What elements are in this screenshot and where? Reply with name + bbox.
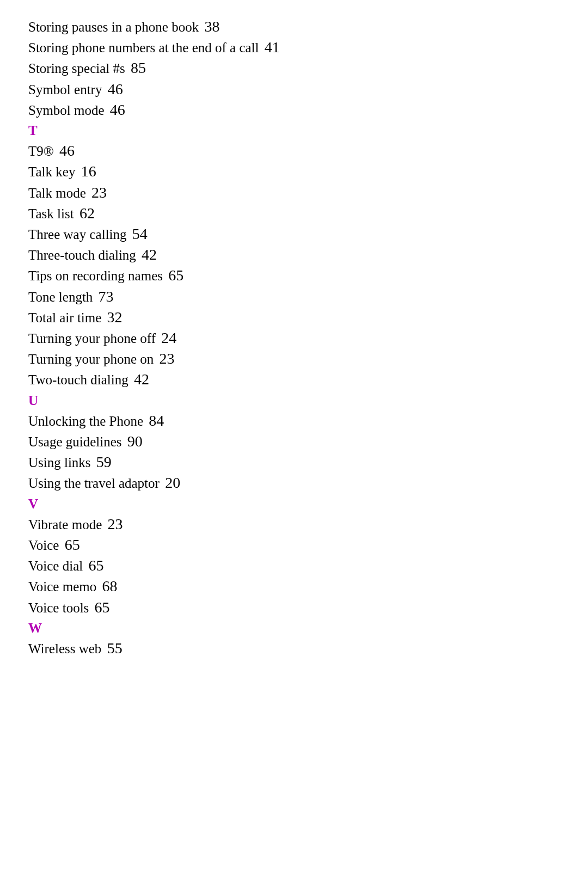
entry-page: 24 xyxy=(161,329,176,346)
section-header: T xyxy=(28,120,588,140)
index-entry: Unlocking the Phone 84 xyxy=(28,410,588,431)
entry-text: Tone length xyxy=(28,290,93,304)
index-entry: Turning your phone on 23 xyxy=(28,348,588,369)
index-entry: Usage guidelines 90 xyxy=(28,431,588,452)
section-header: U xyxy=(28,390,588,410)
entry-text: Two-touch dialing xyxy=(28,372,128,387)
entry-text: Storing phone numbers at the end of a ca… xyxy=(28,40,259,55)
entry-text: Vibrate mode xyxy=(28,517,102,532)
entry-page: 65 xyxy=(65,536,80,553)
index-entry: Three-touch dialing 42 xyxy=(28,244,588,265)
entry-text: Three-touch dialing xyxy=(28,248,136,262)
index-entry: T9® 46 xyxy=(28,140,588,161)
entry-page: 65 xyxy=(168,267,183,284)
entry-page: 32 xyxy=(107,309,122,326)
index-entry: Talk mode 23 xyxy=(28,182,588,203)
entry-page: 46 xyxy=(110,101,125,118)
entry-page: 84 xyxy=(149,412,164,429)
entry-page: 38 xyxy=(204,18,219,35)
entry-page: 65 xyxy=(88,557,103,574)
entry-text: Storing pauses in a phone book xyxy=(28,20,199,34)
index-entry: Voice memo 68 xyxy=(28,576,588,597)
entry-page: 62 xyxy=(79,205,95,222)
entry-page: 23 xyxy=(91,184,107,201)
index-entry: Talk key 16 xyxy=(28,161,588,182)
entry-page: 54 xyxy=(132,225,148,242)
entry-text: Voice dial xyxy=(28,559,83,573)
entry-text: Talk mode xyxy=(28,186,86,200)
entry-text: Voice tools xyxy=(28,600,89,615)
entry-text: Unlocking the Phone xyxy=(28,414,143,428)
index-entry: Voice tools 65 xyxy=(28,597,588,618)
index-entry: Storing pauses in a phone book 38 xyxy=(28,16,588,37)
index-entry: Storing special #s 85 xyxy=(28,58,588,78)
entry-text: Symbol entry xyxy=(28,82,102,97)
entry-page: 73 xyxy=(99,288,114,305)
index-entry: Tone length 73 xyxy=(28,286,588,307)
index-entry: Task list 62 xyxy=(28,203,588,224)
entry-page: 46 xyxy=(59,142,75,159)
entry-text: Turning your phone on xyxy=(28,352,154,366)
entry-page: 55 xyxy=(107,640,122,657)
entry-page: 42 xyxy=(134,371,149,388)
index-entry: Storing phone numbers at the end of a ca… xyxy=(28,37,588,58)
entry-text: T9® xyxy=(28,144,54,158)
index-entry: Tips on recording names 65 xyxy=(28,265,588,286)
entry-text: Using the travel adaptor xyxy=(28,476,160,490)
index-entry: Vibrate mode 23 xyxy=(28,514,588,535)
entry-text: Storing special #s xyxy=(28,61,125,76)
entry-page: 85 xyxy=(131,59,146,76)
index-container: Storing pauses in a phone book 38Storing… xyxy=(28,16,588,659)
section-header: W xyxy=(28,618,588,638)
entry-text: Wireless web xyxy=(28,641,101,656)
index-entry: Using links 59 xyxy=(28,452,588,473)
entry-page: 23 xyxy=(108,516,123,532)
entry-text: Talk key xyxy=(28,164,75,179)
index-entry: Wireless web 55 xyxy=(28,638,588,659)
entry-page: 65 xyxy=(95,599,110,616)
entry-page: 42 xyxy=(142,246,157,263)
entry-text: Symbol mode xyxy=(28,103,105,118)
index-entry: Turning your phone off 24 xyxy=(28,328,588,348)
index-entry: Symbol mode 46 xyxy=(28,100,588,120)
entry-page: 59 xyxy=(96,453,112,470)
index-entry: Using the travel adaptor 20 xyxy=(28,473,588,493)
index-entry: Total air time 32 xyxy=(28,307,588,328)
entry-text: Voice xyxy=(28,538,59,553)
entry-page: 68 xyxy=(102,578,117,594)
entry-text: Usage guidelines xyxy=(28,434,121,449)
index-entry: Voice dial 65 xyxy=(28,555,588,576)
entry-text: Voice memo xyxy=(28,579,96,594)
entry-page: 16 xyxy=(81,163,96,180)
index-entry: Two-touch dialing 42 xyxy=(28,369,588,390)
entry-page: 46 xyxy=(108,81,123,97)
entry-text: Three way calling xyxy=(28,227,126,242)
entry-page: 41 xyxy=(265,39,280,56)
entry-page: 90 xyxy=(127,433,143,450)
entry-page: 23 xyxy=(160,350,175,367)
index-entry: Symbol entry 46 xyxy=(28,79,588,100)
entry-text: Tips on recording names xyxy=(28,268,163,283)
entry-text: Turning your phone off xyxy=(28,331,156,346)
index-entry: Voice 65 xyxy=(28,535,588,555)
entry-page: 20 xyxy=(165,474,180,491)
entry-text: Using links xyxy=(28,455,91,470)
index-entry: Three way calling 54 xyxy=(28,224,588,244)
entry-text: Total air time xyxy=(28,310,101,325)
entry-text: Task list xyxy=(28,206,74,221)
section-header: V xyxy=(28,494,588,514)
